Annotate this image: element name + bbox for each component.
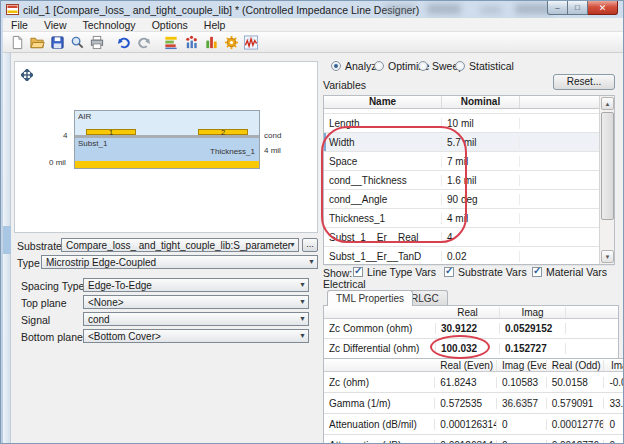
radio-label: Statistical [469,60,514,72]
even-odd-header-row: Real (Even) Imag (Even) Real (Odd) Imag … [324,359,624,372]
menu-bar: File View Technology Options Help [3,18,623,32]
redo-icon[interactable] [134,33,154,52]
electrical-label: Electrical [323,278,366,290]
settings-gear-icon[interactable] [221,33,241,52]
bottom-plane-select[interactable]: <Bottom Cover> ▼ [83,329,309,343]
chevron-down-icon: ▼ [299,315,306,322]
chevron-down-icon: ▼ [299,281,306,288]
scatter-plot-icon[interactable] [181,33,201,52]
checkbox-icon [444,267,454,277]
scroll-thumb[interactable] [601,112,614,220]
undo-icon[interactable] [114,33,134,52]
menu-view[interactable]: View [36,19,75,31]
tml-properties-table: Real Imag Zc Common (ohm) 30.9122 0.0529… [323,305,619,360]
menu-file[interactable]: File [3,19,36,31]
top-plane-value: <None> [88,297,124,308]
bottom-plane-label: Bottom plane [21,331,83,343]
cross-section-canvas[interactable]: AIR 1 2 Subst_1 Thickness_1 4 0 mil cond… [14,61,318,233]
menu-options[interactable]: Options [144,19,196,31]
spacing-type-label: Spacing Type [21,280,84,292]
scroll-up-button[interactable]: ▲ [601,97,614,110]
table-row[interactable]: Subst_1__Er__Real4 [324,228,614,247]
scroll-down-button[interactable]: ▼ [601,250,614,263]
table-row[interactable]: cond__Thickness1.6 mil [324,171,614,190]
chevron-down-icon: ▼ [299,332,306,339]
zoom-icon[interactable] [67,33,87,52]
reset-button[interactable]: Reset... [553,74,615,90]
checkbox-label: Substrate Vars [458,266,527,278]
toolbar-separator [107,33,114,52]
checkbox-label: Material Vars [546,266,607,278]
bottom-cover-layer [75,161,259,168]
table-row[interactable]: Subst_1__Er__TanD0.02 [324,247,614,266]
col-header-imag-odd: Imag (Odd) [604,360,624,371]
height-label-bottom: 0 mil [49,158,66,167]
window-controls: – □ ✕ [547,1,618,15]
redacted-watermark [427,4,461,14]
table-row[interactable]: Width5.7 mil [324,133,614,152]
waveform-plot-icon[interactable] [241,33,261,52]
minimize-button[interactable]: – [547,1,568,15]
redacted-watermark [480,6,502,14]
col-header-real-even: Real (Even) [435,360,497,371]
radio-statistical[interactable]: Statistical [455,60,514,72]
tab-tml-properties[interactable]: TML Properties [327,290,413,306]
spacing-type-select[interactable]: Edge-To-Edge ▼ [83,278,309,292]
table-row[interactable]: cond__Angle90 deg [324,190,614,209]
table-row[interactable]: Space7 mil [324,152,614,171]
new-document-icon[interactable] [7,33,27,52]
col-header-name[interactable]: Name [324,96,442,108]
spacing-type-value: Edge-To-Edge [88,280,152,291]
substrate-label: Substrate [17,240,62,252]
table-row: Zc Common (ohm) 30.9122 0.0529152 [324,319,618,339]
substrate-select[interactable]: Compare_loss_ and_tight_couple_lib:S_par… [61,238,299,252]
print-icon[interactable] [87,33,107,52]
radio-icon [374,61,384,71]
open-folder-icon[interactable] [27,33,47,52]
thickness-name-label: Thickness_1 [210,147,255,156]
signal-label: Signal [21,314,50,326]
bottom-plane-value: <Bottom Cover> [88,331,161,342]
chevron-down-icon: ▼ [289,241,296,248]
stackup-chart-icon[interactable] [161,33,181,52]
thickness-value-label: 4 mil [264,146,281,155]
checkbox-icon [353,267,363,277]
substrate-browse-button[interactable]: ... [302,238,318,252]
checkbox-material-vars[interactable]: Material Vars [532,266,607,278]
close-button[interactable]: ✕ [588,1,618,15]
type-select[interactable]: Microstrip Edge-Coupled ▼ [41,255,318,269]
bar-chart-icon[interactable] [201,33,221,52]
menu-technology[interactable]: Technology [75,19,144,31]
col-header-imag: Imag [500,307,566,318]
substrate-value: Compare_loss_ and_tight_couple_lib:S_par… [66,240,291,251]
title-bar[interactable]: cild_1 [Compare_loss_ and_tight_couple_l… [1,1,623,18]
col-header-imag-even: Imag (Even) [497,360,547,371]
checkbox-substrate-vars[interactable]: Substrate Vars [444,266,527,278]
variables-label: Variables [323,79,366,91]
splitter-handle[interactable] [3,226,11,254]
move-cursor-icon [21,69,33,83]
col-header-nominal[interactable]: Nominal [442,96,520,108]
app-window: cild_1 [Compare_loss_ and_tight_couple_l… [0,0,624,444]
redacted-watermark [384,5,414,14]
radio-icon [418,61,428,71]
even-odd-table: Real (Even) Imag (Even) Real (Odd) Imag … [323,358,624,444]
save-icon[interactable] [47,33,67,52]
scrollbar[interactable]: ▲ ▼ [599,96,614,264]
checkbox-line-type-vars[interactable]: Line Type Vars [353,266,436,278]
table-row[interactable]: Thickness_14 mil [324,209,614,228]
table-row[interactable]: Length10 mil [324,114,614,133]
top-plane-label: Top plane [21,297,67,309]
col-header-real-odd: Real (Odd) [547,360,605,371]
substrate-label: Subst_1 [78,139,107,148]
checkbox-label: Line Type Vars [367,266,436,278]
top-plane-select[interactable]: <None> ▼ [83,295,309,309]
menu-help[interactable]: Help [196,19,234,31]
table-row: Zc Differential (ohm) 100.032 0.152727 [324,339,618,359]
table-row: Gamma (1/m) 0.572535 36.6357 0.579091 33… [324,393,624,414]
type-label: Type [17,257,40,269]
maximize-button[interactable]: □ [568,1,588,15]
cond-layer-label: cond [264,131,281,140]
air-label: AIR [78,112,91,121]
signal-select[interactable]: cond ▼ [83,312,309,326]
